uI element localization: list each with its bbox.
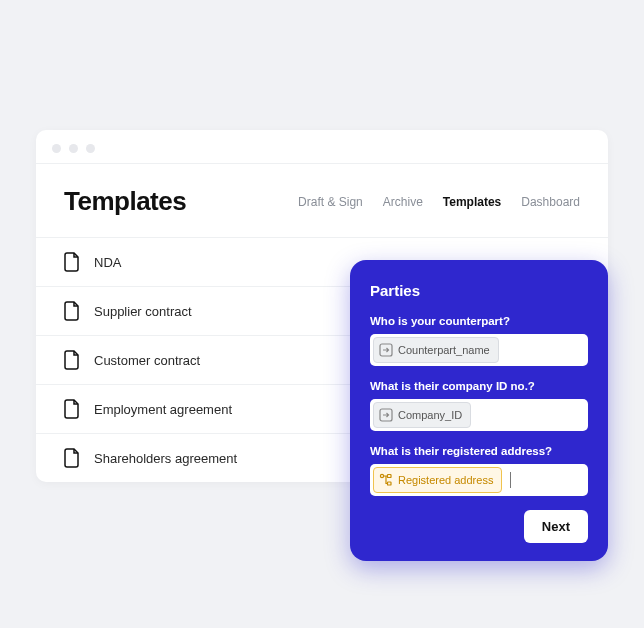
chip-label: Counterpart_name bbox=[398, 344, 490, 356]
field-label: What is their registered address? bbox=[370, 445, 588, 457]
text-cursor bbox=[510, 472, 511, 488]
input-arrow-icon bbox=[379, 343, 393, 357]
file-icon bbox=[64, 448, 80, 468]
template-label: Shareholders agreement bbox=[94, 451, 237, 466]
input-variable-chip[interactable]: Company_ID bbox=[373, 402, 471, 428]
file-icon bbox=[64, 301, 80, 321]
field-company-id: What is their company ID no.? Company_ID bbox=[370, 380, 588, 431]
field-label: What is their company ID no.? bbox=[370, 380, 588, 392]
tab-archive[interactable]: Archive bbox=[383, 195, 423, 209]
file-icon bbox=[64, 399, 80, 419]
page-title: Templates bbox=[64, 186, 186, 217]
field-counterpart: Who is your counterpart? Counterpart_nam… bbox=[370, 315, 588, 366]
window-dot bbox=[86, 144, 95, 153]
tree-icon bbox=[379, 473, 393, 487]
next-button[interactable]: Next bbox=[524, 510, 588, 543]
nav-tabs: Draft & Sign Archive Templates Dashboard bbox=[298, 195, 580, 209]
company-id-input[interactable]: Company_ID bbox=[370, 399, 588, 431]
template-label: Employment agreement bbox=[94, 402, 232, 417]
svg-point-2 bbox=[380, 474, 383, 477]
window-dot bbox=[52, 144, 61, 153]
window-dot bbox=[69, 144, 78, 153]
chip-label: Registered address bbox=[398, 474, 493, 486]
counterpart-input[interactable]: Counterpart_name bbox=[370, 334, 588, 366]
input-variable-chip[interactable]: Counterpart_name bbox=[373, 337, 499, 363]
file-icon bbox=[64, 350, 80, 370]
tab-draft-sign[interactable]: Draft & Sign bbox=[298, 195, 363, 209]
field-label: Who is your counterpart? bbox=[370, 315, 588, 327]
template-label: Customer contract bbox=[94, 353, 200, 368]
parties-panel: Parties Who is your counterpart? Counter… bbox=[350, 260, 608, 561]
header: Templates Draft & Sign Archive Templates… bbox=[36, 164, 608, 237]
tab-dashboard[interactable]: Dashboard bbox=[521, 195, 580, 209]
svg-rect-4 bbox=[388, 482, 392, 485]
template-label: NDA bbox=[94, 255, 121, 270]
field-registered-address: What is their registered address? Regist… bbox=[370, 445, 588, 496]
panel-title: Parties bbox=[370, 282, 588, 299]
input-variable-chip[interactable]: Registered address bbox=[373, 467, 502, 493]
window-traffic-lights bbox=[36, 130, 608, 164]
registered-address-input[interactable]: Registered address bbox=[370, 464, 588, 496]
chip-label: Company_ID bbox=[398, 409, 462, 421]
panel-actions: Next bbox=[370, 510, 588, 543]
tab-templates[interactable]: Templates bbox=[443, 195, 501, 209]
template-label: Supplier contract bbox=[94, 304, 192, 319]
svg-rect-3 bbox=[388, 475, 392, 478]
input-arrow-icon bbox=[379, 408, 393, 422]
file-icon bbox=[64, 252, 80, 272]
